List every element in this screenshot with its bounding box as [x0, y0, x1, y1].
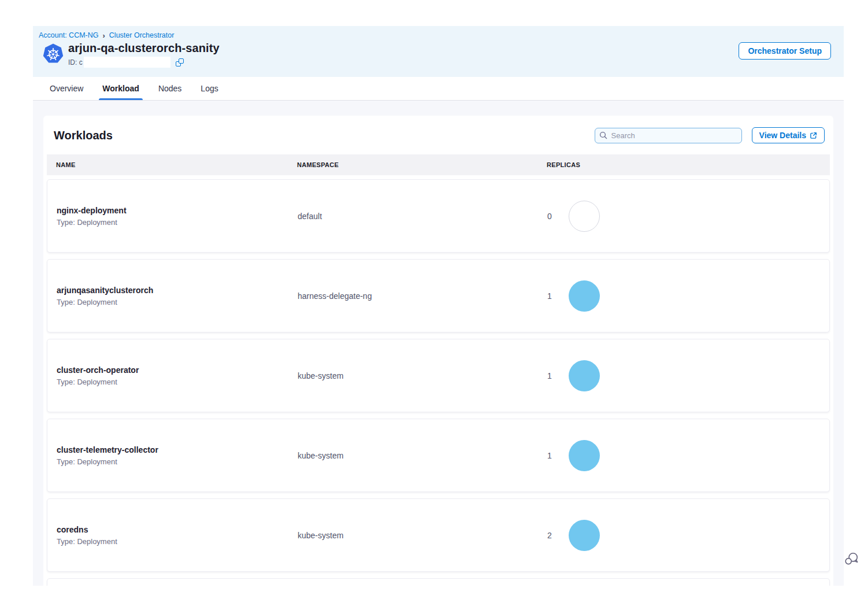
- replica-circle: [569, 201, 600, 232]
- workload-name: arjunqasanityclusterorch: [57, 286, 298, 295]
- cluster-orchestrator-app: Account: CCM-NG › Cluster Orchestrator: [33, 26, 844, 586]
- workload-type: Type: Deployment: [57, 537, 298, 546]
- workload-rows: nginx-deployment Type: Deployment defaul…: [47, 179, 830, 586]
- workload-type: Type: Deployment: [57, 457, 298, 466]
- workload-namespace: kube-system: [298, 531, 547, 540]
- replica-count: 0: [547, 212, 552, 221]
- tab-label: Overview: [50, 84, 83, 93]
- replica-circle: [569, 360, 600, 391]
- table-row[interactable]: cluster-telemetry-collector Type: Deploy…: [47, 419, 830, 492]
- table-row-partial[interactable]: [47, 578, 830, 586]
- column-header-namespace: NAMESPACE: [297, 161, 547, 168]
- replica-circle: [569, 280, 600, 312]
- workload-namespace: harness-delegate-ng: [298, 291, 547, 301]
- search-icon: [599, 131, 607, 139]
- workloads-title: Workloads: [54, 129, 113, 142]
- replica-circle: [569, 440, 600, 471]
- page-title: arjun-qa-clusterorch-sanity: [68, 42, 220, 55]
- workload-name: nginx-deployment: [57, 206, 298, 215]
- cluster-id-label: ID: c: [68, 58, 83, 66]
- workload-namespace: default: [298, 212, 547, 221]
- table-row[interactable]: cluster-orch-operator Type: Deployment k…: [47, 339, 830, 412]
- page-header: Account: CCM-NG › Cluster Orchestrator: [33, 26, 844, 77]
- search-box: [595, 128, 742, 143]
- chat-feedback-button[interactable]: [843, 551, 859, 567]
- breadcrumb-section-link[interactable]: Cluster Orchestrator: [109, 31, 175, 39]
- copy-icon[interactable]: [176, 58, 184, 66]
- chat-bubbles-icon: [844, 551, 859, 567]
- tab-bar: Overview Workload Nodes Logs: [33, 77, 844, 101]
- chevron-right-icon: ›: [103, 32, 105, 39]
- workload-type: Type: Deployment: [57, 218, 298, 227]
- external-link-icon: [810, 132, 817, 139]
- replica-count: 1: [547, 371, 552, 380]
- tab-overview[interactable]: Overview: [49, 77, 84, 100]
- workload-name: cluster-telemetry-collector: [57, 445, 298, 454]
- view-details-button[interactable]: View Details: [752, 127, 825, 143]
- table-header: NAME NAMESPACE REPLICAS: [47, 154, 830, 175]
- table-row[interactable]: arjunqasanityclusterorch Type: Deploymen…: [47, 259, 830, 332]
- orchestrator-setup-button[interactable]: Orchestrator Setup: [739, 42, 831, 60]
- replica-count: 1: [547, 291, 552, 301]
- column-header-name: NAME: [47, 161, 297, 168]
- table-row[interactable]: coredns Type: Deployment kube-system 2: [47, 498, 830, 572]
- workload-namespace: kube-system: [298, 371, 547, 380]
- replica-circle: [569, 520, 600, 551]
- replica-count: 1: [547, 451, 552, 460]
- tab-label: Nodes: [158, 84, 181, 93]
- search-input[interactable]: [595, 128, 742, 143]
- cluster-id-redacted-value: [84, 57, 170, 68]
- tab-label: Logs: [201, 84, 218, 93]
- workload-name: cluster-orch-operator: [57, 365, 298, 375]
- workloads-panel: Workloads View Details: [43, 116, 833, 586]
- content-area: Workloads View Details: [33, 101, 844, 586]
- workload-name: coredns: [57, 525, 298, 534]
- workload-type: Type: Deployment: [57, 298, 298, 306]
- breadcrumb-account-link[interactable]: Account: CCM-NG: [39, 31, 99, 39]
- tab-label: Workload: [102, 84, 139, 93]
- table-row[interactable]: nginx-deployment Type: Deployment defaul…: [47, 179, 830, 253]
- view-details-label: View Details: [759, 131, 806, 140]
- tab-nodes[interactable]: Nodes: [157, 77, 183, 100]
- tab-logs[interactable]: Logs: [199, 77, 219, 100]
- workload-type: Type: Deployment: [57, 378, 298, 386]
- tab-workload[interactable]: Workload: [101, 77, 140, 100]
- workload-namespace: kube-system: [298, 451, 547, 460]
- replica-count: 2: [547, 531, 552, 540]
- kubernetes-icon: [42, 43, 65, 66]
- column-header-replicas: REPLICAS: [547, 161, 830, 168]
- breadcrumb: Account: CCM-NG › Cluster Orchestrator: [38, 31, 831, 39]
